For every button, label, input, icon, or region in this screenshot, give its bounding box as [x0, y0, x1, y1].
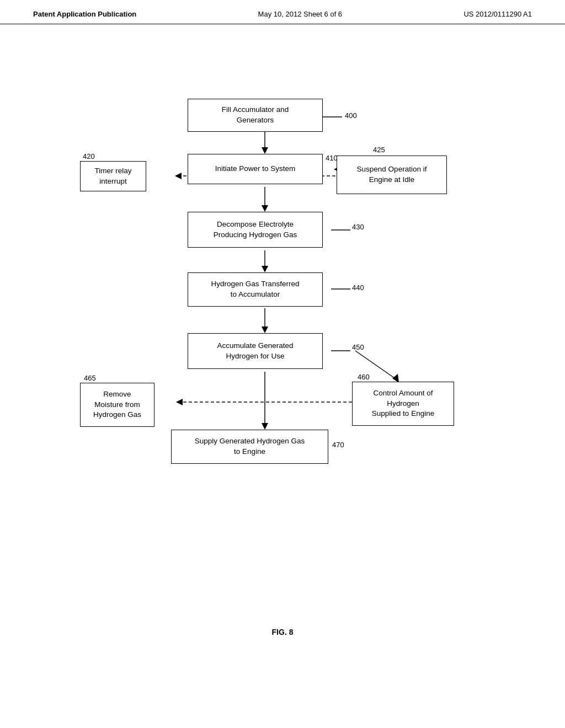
page: Patent Application Publication May 10, 2… — [0, 0, 565, 728]
svg-marker-3 — [262, 205, 268, 212]
box-465: Remove Moisture from Hydrogen Gas — [80, 383, 154, 427]
svg-marker-1 — [262, 147, 268, 154]
ref-425: 425 — [373, 146, 385, 154]
ref-440: 440 — [352, 283, 364, 292]
header-left: Patent Application Publication — [33, 10, 136, 18]
box-430: Decompose Electrolyte Producing Hydrogen… — [188, 212, 323, 248]
ref-400: 400 — [345, 111, 357, 120]
ref-470: 470 — [332, 441, 344, 449]
box-425: Suspend Operation if Engine at Idle — [337, 156, 447, 194]
box-400: Fill Accumulator and Generators — [188, 99, 323, 132]
svg-marker-7 — [262, 326, 268, 333]
box-410: Initiate Power to System — [188, 154, 323, 184]
page-header: Patent Application Publication May 10, 2… — [0, 0, 565, 24]
ref-430: 430 — [352, 223, 364, 231]
svg-marker-11 — [175, 173, 182, 179]
ref-465: 465 — [84, 374, 96, 382]
box-470: Supply Generated Hydrogen Gas to Engine — [171, 430, 328, 464]
svg-marker-15 — [176, 399, 183, 405]
header-right: US 2012/0111290 A1 — [463, 10, 532, 18]
ref-460: 460 — [358, 373, 370, 381]
ref-410: 410 — [326, 154, 338, 162]
header-center: May 10, 2012 Sheet 6 of 6 — [258, 10, 343, 18]
diagram-area: Fill Accumulator and Generators 400 Init… — [0, 35, 565, 670]
box-440: Hydrogen Gas Transferred to Accumulator — [188, 272, 323, 307]
figure-label: FIG. 8 — [272, 628, 294, 636]
ref-420: 420 — [83, 152, 95, 160]
svg-marker-5 — [262, 266, 268, 272]
box-460: Control Amount of Hydrogen Supplied to E… — [352, 382, 454, 426]
box-420: Timer relay interrupt — [80, 161, 146, 191]
ref-450: 450 — [352, 343, 364, 351]
box-450: Accumulate Generated Hydrogen for Use — [188, 333, 323, 369]
svg-marker-9 — [262, 423, 268, 430]
